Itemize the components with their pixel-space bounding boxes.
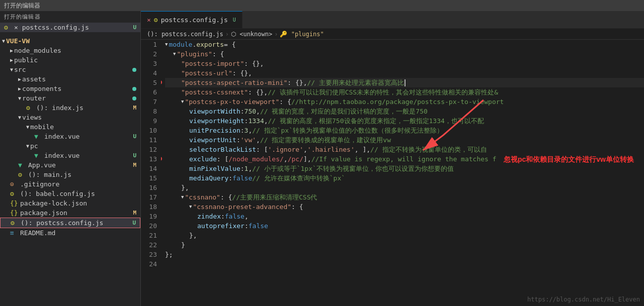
code-line-11: viewportUnit: 'vw', // 指定需要转换成的视窗单位，建议使用… bbox=[165, 135, 644, 145]
breadcrumb: (): postcss.config.js › ⬡ <unknown> › 🔑 … bbox=[141, 29, 644, 40]
fold-icon bbox=[18, 76, 21, 82]
vue-icon: ▼ bbox=[34, 152, 43, 159]
code-line-1: module.exports = { bbox=[165, 40, 644, 49]
open-file-label: × postcss.config.js bbox=[14, 24, 140, 31]
vue-icon: ▼ bbox=[18, 161, 27, 169]
file-gitignore[interactable]: ⊙ .gitignore bbox=[0, 179, 140, 189]
folder-public[interactable]: public bbox=[0, 55, 140, 65]
dot-indicator bbox=[132, 96, 136, 100]
title-label: 打开的编辑器 bbox=[4, 2, 40, 10]
editor-wrapper: × ⚙ postcss.config.js U (): postcss.conf… bbox=[141, 11, 644, 306]
code-line-15: mediaQuery: false // 允许在媒体查询中转换`px` bbox=[165, 173, 644, 183]
code-line-17: "cssnano": { //主要用来压缩和清理CSS代 bbox=[165, 192, 644, 202]
folder-router[interactable]: router bbox=[0, 93, 140, 103]
fold-l1 bbox=[165, 40, 168, 49]
folder-label: components bbox=[22, 85, 140, 92]
folder-label: VUE-VW bbox=[6, 37, 140, 45]
folder-label: mobile bbox=[30, 123, 140, 131]
fold-l2 bbox=[173, 49, 176, 59]
fold-icon bbox=[18, 115, 21, 120]
code-line-4: "postcss-url": {}, bbox=[165, 68, 644, 78]
folder-node-modules[interactable]: node_modules bbox=[0, 46, 140, 55]
badge-m: M bbox=[133, 210, 136, 216]
fold-l18 bbox=[189, 202, 192, 212]
breakpoint-dot bbox=[161, 80, 162, 84]
dot-indicator bbox=[132, 68, 136, 72]
badge-m: M bbox=[133, 105, 136, 111]
code-line-6: "postcss-cssnext": {}, // 该插件可以让我们使用CSS未… bbox=[165, 87, 644, 97]
file-label: .gitignore bbox=[20, 180, 140, 188]
js-icon: ⚙ bbox=[26, 104, 35, 112]
code-line-12: selectorBlackList: ['.ignore', '.hairlin… bbox=[165, 145, 644, 154]
file-readme[interactable]: ≡ README.md bbox=[0, 228, 140, 238]
file-label: package-lock.json bbox=[20, 199, 140, 207]
title-bar: 打开的编辑器 bbox=[0, 0, 644, 11]
vue-icon: ▼ bbox=[34, 133, 43, 140]
cursor bbox=[405, 79, 406, 86]
sidebar: 打开的编辑器 ⚙ × postcss.config.js U VUE-VW no… bbox=[0, 11, 141, 306]
breadcrumb-item-1: (): postcss.config.js bbox=[147, 31, 223, 38]
folder-views[interactable]: views bbox=[0, 113, 140, 122]
dot-indicator bbox=[132, 87, 136, 91]
breadcrumb-sep-2: › bbox=[274, 31, 278, 38]
file-pc-index[interactable]: ▼ index.vue U bbox=[0, 151, 140, 160]
tab-label: postcss.config.js bbox=[161, 16, 228, 24]
code-content: module.exports = { "plugins": { "postcss… bbox=[161, 40, 644, 306]
code-line-16: }, bbox=[165, 183, 644, 192]
fold-icon bbox=[26, 124, 29, 130]
folder-vue-vw[interactable]: VUE-VW bbox=[0, 36, 140, 46]
code-line-18: "cssnano-preset-advanced": { bbox=[165, 202, 644, 212]
code-line-2: "plugins": { bbox=[165, 49, 644, 59]
code-line-7: "postcss-px-to-viewport": { //http://npm… bbox=[165, 97, 644, 107]
file-label: (): main.js bbox=[28, 171, 140, 178]
tab-icon: ⚙ bbox=[154, 16, 158, 24]
fold-l17 bbox=[181, 192, 184, 202]
json-icon: {} bbox=[10, 209, 19, 217]
fold-icon bbox=[10, 57, 13, 63]
open-file-postcss[interactable]: ⚙ × postcss.config.js U bbox=[0, 23, 140, 32]
fold-icon bbox=[18, 86, 21, 91]
file-label: App.vue bbox=[28, 161, 140, 169]
tab-postcss[interactable]: × ⚙ postcss.config.js U bbox=[141, 11, 243, 28]
file-label: index.vue bbox=[44, 133, 140, 140]
code-line-24: }; bbox=[165, 250, 644, 259]
main-layout: 打开的编辑器 ⚙ × postcss.config.js U VUE-VW no… bbox=[0, 11, 644, 306]
folder-components[interactable]: components bbox=[0, 84, 140, 93]
code-line-14: minPixelValue: 1, // 小于或等于`1px`不转换为视窗单位，… bbox=[165, 164, 644, 173]
fold-icon bbox=[26, 143, 29, 149]
file-label: (): index.js bbox=[36, 104, 140, 112]
js-icon: ⚙ bbox=[10, 190, 19, 197]
code-area: 1 2 3 4 5 6 7 8 9 10 11 12 13 14 15 16 1 bbox=[141, 40, 644, 306]
file-app-vue[interactable]: ▼ App.vue M bbox=[0, 160, 140, 170]
file-mobile-index[interactable]: ▼ index.vue U bbox=[0, 132, 140, 141]
file-label: (): babel.config.js bbox=[20, 190, 140, 197]
code-line-13: exclude: [/node_modules/, /pc/], //If va… bbox=[165, 154, 644, 164]
file-label: index.vue bbox=[44, 152, 140, 159]
json-icon: {} bbox=[10, 199, 19, 207]
js-file-icon: ⚙ bbox=[4, 24, 13, 31]
badge-u: U bbox=[132, 220, 136, 226]
badge-u: U bbox=[133, 24, 136, 31]
folder-mobile[interactable]: mobile bbox=[0, 122, 140, 132]
file-postcss-config[interactable]: ⚙ (): postcss.config.js U bbox=[0, 218, 140, 228]
file-package-lock[interactable]: {} package-lock.json bbox=[0, 198, 140, 208]
code-line-5: "postcss-aspect-ratio-mini": {}, // 主要用来… bbox=[165, 78, 644, 87]
file-label: README.md bbox=[20, 229, 140, 237]
folder-label: pc bbox=[30, 142, 140, 150]
folder-pc[interactable]: pc bbox=[0, 141, 140, 151]
fold-icon bbox=[2, 38, 5, 44]
code-line-22: } bbox=[165, 240, 644, 250]
git-icon: ⊙ bbox=[10, 180, 19, 188]
code-line-19: zindex: false, bbox=[165, 212, 644, 221]
folder-label: views bbox=[22, 114, 140, 121]
file-label: package.json bbox=[20, 209, 140, 217]
folder-src[interactable]: src bbox=[0, 65, 140, 74]
file-package-json[interactable]: {} package.json M bbox=[0, 208, 140, 218]
file-babel[interactable]: ⚙ (): babel.config.js bbox=[0, 189, 140, 198]
line-numbers: 1 2 3 4 5 6 7 8 9 10 11 12 13 14 15 16 1 bbox=[141, 40, 161, 306]
file-main-js[interactable]: ⚙ (): main.js bbox=[0, 170, 140, 179]
code-line-3: "postcss-import": {}, bbox=[165, 59, 644, 68]
file-router-index[interactable]: ⚙ (): index.js M bbox=[0, 103, 140, 113]
editor-content[interactable]: 1 2 3 4 5 6 7 8 9 10 11 12 13 14 15 16 1 bbox=[141, 40, 644, 306]
folder-assets[interactable]: assets bbox=[0, 74, 140, 84]
